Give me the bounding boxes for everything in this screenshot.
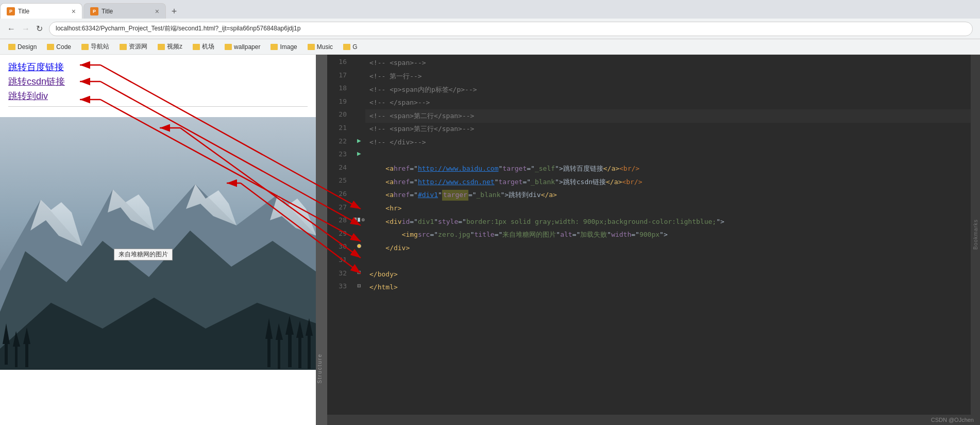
code-line-23	[365, 149, 980, 162]
tab-close-2[interactable]: ×	[151, 7, 159, 15]
preview-links-section: 跳转百度链接 跳转csdn链接 跳转到div	[0, 55, 316, 117]
folder-icon	[225, 44, 232, 50]
bookmarks-strip: Bookmarks	[971, 55, 980, 415]
svg-rect-22	[288, 331, 292, 367]
preview-link-div[interactable]: 跳转到div	[8, 90, 308, 102]
bookmarks-bar: Design Code 导航站 资源网 视频z 机场 wallpaper Im	[0, 39, 980, 55]
code-line-26: <a href =" #div1 " targer =" _blank "> 跳…	[365, 189, 980, 202]
bookmark-wallpaper[interactable]: wallpaper	[221, 42, 264, 52]
code-line-24: <a href =" http://www.baidu.com " target…	[365, 162, 980, 176]
tab-title-2: Title	[102, 8, 113, 15]
folder-icon	[81, 44, 89, 50]
code-line-30: </div>	[365, 241, 980, 255]
bookmark-label-nav: 导航站	[91, 42, 109, 51]
code-line-32: </body>	[365, 268, 980, 282]
mountain-svg	[0, 117, 316, 370]
preview-content: 跳转百度链接 跳转csdn链接 跳转到div	[0, 55, 316, 425]
image-tooltip: 来自堆糖网的图片	[114, 249, 173, 260]
tab-close-1[interactable]: ×	[67, 7, 76, 15]
collapse-arrow-22b[interactable]: ▶	[353, 147, 365, 160]
tab-favicon-1: P	[7, 7, 15, 15]
code-line-28: <div id =" div1 " style =" border:1px so…	[365, 215, 980, 228]
folder-icon	[158, 44, 165, 50]
bookmark-video[interactable]: 视频z	[154, 41, 187, 52]
code-lines: <!-- <span>--> <!-- 第一行--> <!-- <p>span内…	[365, 55, 980, 415]
folder-icon	[193, 44, 200, 50]
back-button[interactable]: ←	[4, 22, 19, 36]
preview-image-section: 来自堆糖网的图片	[0, 117, 316, 370]
browser-tab-1[interactable]: P Title ×	[0, 3, 82, 19]
bookmark-g[interactable]: G	[339, 42, 361, 52]
highlighted-attr-targer: targer	[442, 190, 468, 201]
code-content: 16 17 18 19 20 21 22 23 24 25 26 27 28 2…	[327, 55, 980, 415]
code-line-17: <!-- 第一行-->	[365, 70, 980, 84]
preview-link-csdn[interactable]: 跳转csdn链接	[8, 75, 308, 88]
bookmark-label-resources: 资源网	[129, 42, 147, 51]
bookmark-label-code: Code	[56, 43, 71, 51]
bookmark-code[interactable]: Code	[43, 42, 75, 52]
bookmark-resources[interactable]: 资源网	[115, 41, 151, 52]
bookmark-image[interactable]: Image	[266, 42, 301, 52]
code-line-25: <a href =" http://www.csdn.net " target …	[365, 175, 980, 189]
browser-preview-panel: 跳转百度链接 跳转csdn链接 跳转到div	[0, 55, 317, 425]
bookmark-label-design: Design	[18, 43, 37, 51]
code-line-16: <!-- <span>-->	[365, 57, 980, 70]
color-swatch-lightblue	[358, 218, 360, 222]
status-text: CSDN @OJchen	[931, 417, 974, 423]
bookmark-label-g: G	[352, 43, 357, 51]
browser-window: P Title × P Title × + ← → ↻ Design Code …	[0, 0, 980, 55]
tab-favicon-2: P	[90, 7, 98, 15]
forward-button[interactable]: →	[19, 22, 33, 36]
folder-icon	[120, 44, 127, 50]
tab-title-1: Title	[18, 8, 29, 15]
code-line-19: <!-- </span>-->	[365, 96, 980, 110]
folder-icon	[8, 44, 15, 50]
code-line-18: <!-- <p>span内的p标签</p>-->	[365, 83, 980, 96]
code-line-33: </html>	[365, 281, 980, 295]
code-line-27: <hr>	[365, 202, 980, 216]
bookmark-music[interactable]: Music	[303, 42, 337, 52]
main-area: 跳转百度链接 跳转csdn链接 跳转到div	[0, 55, 980, 425]
code-line-31	[365, 255, 980, 268]
bookmarks-strip-label: Bookmarks	[973, 219, 978, 250]
bookmark-nav[interactable]: 导航站	[77, 41, 113, 52]
tab-bar: P Title × P Title × +	[0, 0, 980, 19]
expand-icon[interactable]: ⊕	[361, 217, 365, 222]
color-swatch-gray	[354, 218, 357, 222]
folder-icon	[343, 44, 350, 50]
preview-divider	[8, 106, 308, 107]
refresh-button[interactable]: ↻	[33, 22, 46, 36]
code-line-22: <!-- </div>-->	[365, 136, 980, 150]
folder-icon	[271, 44, 278, 50]
code-editor-panel: 16 17 18 19 20 21 22 23 24 25 26 27 28 2…	[327, 55, 980, 425]
folder-icon	[308, 44, 315, 50]
browser-tab-2[interactable]: P Title ×	[83, 3, 166, 19]
panel-divider: Structure	[317, 55, 327, 425]
code-line-20: <!-- <span>第二行</span>-->	[365, 109, 980, 123]
bookmark-label-wallpaper: wallpaper	[234, 43, 260, 51]
new-tab-button[interactable]: +	[167, 4, 181, 19]
address-bar[interactable]	[49, 22, 973, 36]
code-line-21: <!-- <span>第三行</span>-->	[365, 123, 980, 136]
status-bar: CSDN @OJchen	[327, 415, 980, 425]
structure-label: Structure	[317, 353, 327, 384]
code-gutter: ▶ ▶ ⊕	[353, 55, 365, 415]
svg-rect-16	[25, 341, 28, 367]
bookmark-label-image: Image	[280, 43, 297, 51]
bookmark-label-music: Music	[317, 43, 333, 51]
line-numbers: 16 17 18 19 20 21 22 23 24 25 26 27 28 2…	[327, 55, 353, 415]
bookmark-airport[interactable]: 机场	[189, 41, 218, 52]
nav-bar: ← → ↻	[0, 19, 980, 39]
bookmark-label-airport: 机场	[202, 42, 214, 51]
collapse-arrow-22[interactable]: ▶	[353, 134, 365, 148]
svg-rect-14	[15, 344, 18, 367]
folder-icon	[47, 44, 54, 50]
preview-link-baidu[interactable]: 跳转百度链接	[8, 61, 308, 73]
bookmark-design[interactable]: Design	[4, 42, 41, 52]
svg-rect-26	[308, 333, 311, 369]
bookmark-label-video: 视频z	[167, 42, 182, 51]
svg-rect-20	[278, 338, 280, 369]
svg-rect-24	[298, 335, 301, 368]
breakpoint-indicator	[357, 244, 361, 248]
code-line-29: <img src =" zero.jpg " title =" 来自堆糖网的图片…	[365, 228, 980, 242]
